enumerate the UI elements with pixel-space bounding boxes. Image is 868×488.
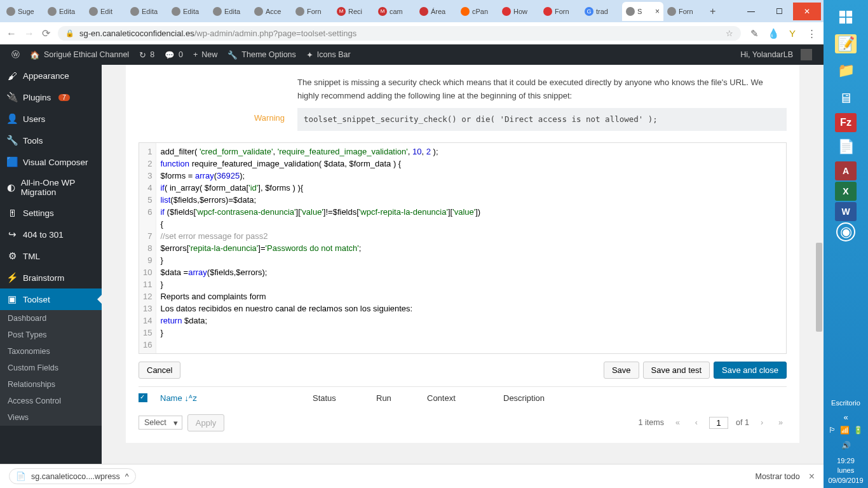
page-next[interactable]: › xyxy=(757,418,767,427)
select-all-checkbox[interactable] xyxy=(139,393,147,402)
page-prev[interactable]: ‹ xyxy=(691,418,702,427)
content-area: Warning The snippet is missing a securit… xyxy=(102,65,824,464)
menu-icon[interactable]: ⋮ xyxy=(806,28,817,39)
submenu-taxonomies[interactable]: Taxonomies xyxy=(0,343,102,360)
close-download-bar[interactable]: × xyxy=(809,471,815,482)
save-test-button[interactable]: Save and test xyxy=(643,362,710,379)
window-close[interactable]: ✕ xyxy=(793,3,821,20)
url-input[interactable]: 🔒 sg-en.canaleticoconfidencial.es/wp-adm… xyxy=(58,26,741,41)
system-tray[interactable]: 🏳📶🔋 xyxy=(829,423,863,437)
browser-tab[interactable]: Forn xyxy=(292,2,333,21)
browser-tab[interactable]: Área xyxy=(416,2,457,21)
excel-icon[interactable]: X xyxy=(835,182,857,201)
browser-tab[interactable]: Edita xyxy=(209,2,250,21)
eyedropper-icon[interactable]: 💧 xyxy=(768,28,779,39)
submenu-custom-fields[interactable]: Custom Fields xyxy=(0,360,102,376)
battery-icon[interactable]: 🔋 xyxy=(853,426,863,435)
menu-settings[interactable]: 🎚Settings xyxy=(0,202,102,224)
show-all-downloads[interactable]: Mostrar todo xyxy=(755,472,799,481)
close-icon[interactable]: × xyxy=(655,7,660,16)
word-icon[interactable]: W xyxy=(835,202,857,221)
browser-tab[interactable]: Edita xyxy=(126,2,168,21)
start-button[interactable] xyxy=(832,4,859,30)
code-editor[interactable]: 123456 78910111213141516 add_filter( 'cr… xyxy=(139,142,787,354)
user-greeting[interactable]: Hi, YolandarLB xyxy=(735,49,817,60)
page-last[interactable]: » xyxy=(775,418,787,427)
yoast-icon[interactable]: Y xyxy=(787,28,798,39)
menu-visual-composer[interactable]: 🟦Visual Composer xyxy=(0,151,102,173)
col-run[interactable]: Run xyxy=(376,393,427,403)
forward-button[interactable]: → xyxy=(24,28,34,39)
download-file[interactable]: 📄 sg.canaleticoco....wpress ^ xyxy=(9,468,136,484)
bulk-select[interactable]: Select xyxy=(139,416,182,430)
star-icon[interactable]: ☆ xyxy=(726,29,733,38)
warning-label: Warning xyxy=(247,76,285,131)
menu-plugins[interactable]: 🔌Plugins7 xyxy=(0,86,102,108)
save-close-button[interactable]: Save and close xyxy=(714,362,787,379)
chevron-up-icon[interactable]: ^ xyxy=(125,472,129,481)
submenu-access-control[interactable]: Access Control xyxy=(0,393,102,409)
explorer-icon[interactable]: 📁 xyxy=(832,57,859,84)
menu-users[interactable]: 👤Users xyxy=(0,108,102,130)
col-name[interactable]: Name ↓ᴬᴢ xyxy=(160,393,313,403)
access-icon[interactable]: A xyxy=(835,161,857,180)
flag-icon[interactable]: 🏳 xyxy=(829,426,836,435)
back-button[interactable]: ← xyxy=(6,28,17,39)
page-input[interactable] xyxy=(709,417,728,429)
submenu-relationships[interactable]: Relationships xyxy=(0,376,102,393)
col-context[interactable]: Context xyxy=(427,393,503,403)
browser-tab[interactable]: Edita xyxy=(168,2,209,21)
browser-tab[interactable]: cPan xyxy=(457,2,498,21)
submenu-views[interactable]: Views xyxy=(0,409,102,426)
menu-aio-migration[interactable]: ◐All-in-One WP Migration xyxy=(0,173,102,202)
wp-logo[interactable]: ⓦ xyxy=(6,50,25,60)
cancel-button[interactable]: Cancel xyxy=(139,362,180,379)
submenu-post-types[interactable]: Post Types xyxy=(0,327,102,343)
icons-bar-link[interactable]: ✦Icons Bar xyxy=(301,50,356,60)
desktop-label[interactable]: Escritorio xyxy=(831,396,860,410)
reload-button[interactable]: ⟳ xyxy=(42,27,50,39)
scrollbar[interactable] xyxy=(814,65,824,464)
network-icon[interactable]: 📶 xyxy=(840,426,850,435)
sticky-notes-icon[interactable]: 📝 xyxy=(835,34,857,53)
browser-tab[interactable]: MReci xyxy=(333,2,374,21)
menu-tools[interactable]: 🔧Tools xyxy=(0,130,102,151)
comments-link[interactable]: 💬0 xyxy=(159,50,188,60)
code-body[interactable]: add_filter( 'cred_form_validate', 'requi… xyxy=(156,143,786,353)
col-status[interactable]: Status xyxy=(313,393,376,403)
notepad-icon[interactable]: 📄 xyxy=(832,133,859,160)
col-description[interactable]: Description xyxy=(503,393,545,403)
chrome-icon[interactable]: ◉ xyxy=(836,222,855,241)
browser-tab[interactable]: Gtrad xyxy=(581,2,622,21)
new-link[interactable]: +New xyxy=(188,50,222,59)
theme-options-link[interactable]: 🔧Theme Options xyxy=(222,50,301,60)
menu-appearance[interactable]: 🖌Appearance xyxy=(0,65,102,86)
browser-tab[interactable]: Forn xyxy=(663,2,705,21)
browser-tab[interactable]: How xyxy=(498,2,539,21)
clock[interactable]: 19:29 lunes 09/09/2019 xyxy=(828,454,863,488)
browser-tab[interactable]: Forn xyxy=(539,2,581,21)
browser-tab[interactable]: Edita xyxy=(44,2,85,21)
updates-link[interactable]: ↻8 xyxy=(134,50,159,60)
menu-brainstorm[interactable]: ⚡Brainstorm xyxy=(0,267,102,288)
page-first[interactable]: « xyxy=(672,418,684,427)
browser-tab[interactable]: Mcam xyxy=(374,2,416,21)
window-maximize[interactable]: ☐ xyxy=(765,3,793,20)
browser-tab[interactable]: Edit xyxy=(85,2,126,21)
site-link[interactable]: 🏠Sorigué Ethical Channel xyxy=(25,50,134,60)
control-panel-icon[interactable]: 🖥 xyxy=(832,85,859,112)
browser-tab[interactable]: Acce xyxy=(250,2,292,21)
browser-tab[interactable]: Suge xyxy=(3,2,44,21)
apply-button[interactable]: Apply xyxy=(187,414,225,431)
save-button[interactable]: Save xyxy=(604,362,639,379)
menu-toolset[interactable]: ▣Toolset xyxy=(0,288,102,310)
window-minimize[interactable]: — xyxy=(737,3,765,20)
edit-icon[interactable]: ✎ xyxy=(749,28,760,39)
menu-tml[interactable]: ⚙TML xyxy=(0,245,102,267)
filezilla-icon[interactable]: Fz xyxy=(835,113,857,132)
volume-icon[interactable]: 🔊 xyxy=(841,441,851,450)
new-tab-button[interactable]: + xyxy=(705,6,721,17)
browser-tab-active[interactable]: S× xyxy=(622,2,663,21)
submenu-dashboard[interactable]: Dashboard xyxy=(0,310,102,327)
menu-404-301[interactable]: ↪404 to 301 xyxy=(0,224,102,245)
